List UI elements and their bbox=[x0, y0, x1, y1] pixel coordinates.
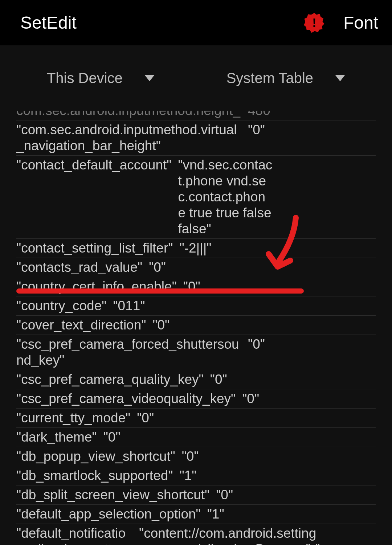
setting-key: "db_split_screen_view_shortcut" bbox=[16, 487, 209, 503]
table-row[interactable]: "country_code""011" bbox=[16, 296, 376, 315]
table-row[interactable]: "db_popup_view_shortcut""0" bbox=[16, 447, 376, 466]
table-row[interactable]: "db_smartlock_supported""1" bbox=[16, 466, 376, 485]
setting-value: "0" bbox=[248, 122, 265, 138]
setting-key: "country_code" bbox=[16, 298, 106, 314]
device-dropdown[interactable]: This Device bbox=[40, 66, 162, 90]
settings-list[interactable]: com.sec.android.inputmethod.height_lands… bbox=[0, 111, 392, 545]
setting-value: "-2|||" bbox=[179, 240, 211, 256]
setting-key: com.sec.android.inputmethod.height_lands… bbox=[16, 111, 241, 120]
font-button[interactable]: Font bbox=[343, 13, 378, 33]
setting-key: "country_cert_info_enable" bbox=[16, 279, 177, 295]
setting-value: "0" bbox=[152, 317, 170, 333]
setting-key: "default_app_selection_option" bbox=[16, 506, 201, 522]
table-row[interactable]: "default_app_selection_option""1" bbox=[16, 504, 376, 524]
setting-value: "0" bbox=[242, 391, 259, 407]
filter-bar: This Device System Table bbox=[0, 45, 392, 111]
setting-value: "0" bbox=[149, 259, 166, 275]
alert-badge-glyph: ! bbox=[312, 16, 316, 30]
setting-value: "0" bbox=[216, 487, 233, 503]
setting-value: "vnd.sec.contact.phone vnd.sec.contact.p… bbox=[178, 157, 272, 237]
caret-down-icon bbox=[335, 75, 345, 81]
device-dropdown-label: This Device bbox=[47, 70, 123, 86]
setting-key: "csc_pref_camera_forced_shuttersound_key… bbox=[16, 336, 241, 368]
table-row[interactable]: "dark_theme""0" bbox=[16, 427, 376, 447]
alert-badge-icon[interactable]: ! bbox=[303, 12, 325, 34]
setting-value: "content://com.android.settings.personal… bbox=[139, 525, 324, 545]
app-header: SetEdit ! Font bbox=[0, 0, 392, 45]
setting-key: "db_smartlock_supported" bbox=[16, 468, 173, 484]
setting-key: "db_popup_view_shortcut" bbox=[16, 448, 175, 464]
setting-key: "contact_default_account" bbox=[16, 157, 171, 173]
table-row[interactable]: "contact_default_account""vnd.sec.contac… bbox=[16, 155, 376, 238]
table-row[interactable]: "db_split_screen_view_shortcut""0" bbox=[16, 485, 376, 504]
setting-key: "cover_text_direction" bbox=[16, 317, 146, 333]
setting-key: "csc_pref_camera_quality_key" bbox=[16, 372, 204, 388]
caret-down-icon bbox=[144, 75, 155, 81]
setting-value: 480 bbox=[248, 111, 270, 119]
setting-key: "csc_pref_camera_videoquality_key" bbox=[16, 391, 236, 407]
table-row[interactable]: "csc_pref_camera_forced_shuttersound_key… bbox=[16, 335, 376, 370]
table-row[interactable]: "country_cert_info_enable""0" bbox=[16, 277, 376, 296]
table-row[interactable]: "cover_text_direction""0" bbox=[16, 315, 376, 335]
table-row[interactable]: "com.sec.android.inputmethod.virtual_nav… bbox=[16, 120, 376, 155]
setting-value: "0" bbox=[248, 336, 265, 352]
setting-value: "1" bbox=[207, 506, 224, 522]
table-dropdown-label: System Table bbox=[226, 70, 313, 86]
setting-value: "011" bbox=[113, 298, 145, 314]
setting-value: "0" bbox=[210, 372, 227, 388]
table-row[interactable]: "default_notification_vibration_pattern"… bbox=[16, 524, 376, 545]
setting-value: "0" bbox=[183, 279, 200, 295]
table-row[interactable]: "contacts_rad_value""0" bbox=[16, 258, 376, 277]
setting-key: "contacts_rad_value" bbox=[16, 259, 142, 275]
table-row[interactable]: "current_tty_mode""0" bbox=[16, 408, 376, 427]
table-row[interactable]: "contact_setting_list_filter""-2|||" bbox=[16, 238, 376, 258]
setting-key: "dark_theme" bbox=[16, 429, 97, 445]
setting-value: "1" bbox=[179, 468, 196, 484]
setting-value: "0" bbox=[182, 448, 199, 464]
setting-key: "current_tty_mode" bbox=[16, 410, 130, 426]
setting-value: "0" bbox=[137, 410, 154, 426]
table-dropdown[interactable]: System Table bbox=[219, 66, 352, 90]
setting-key: "contact_setting_list_filter" bbox=[16, 240, 173, 256]
table-row[interactable]: com.sec.android.inputmethod.height_lands… bbox=[16, 111, 376, 120]
table-row[interactable]: "csc_pref_camera_quality_key""0" bbox=[16, 370, 376, 389]
app-title: SetEdit bbox=[20, 13, 303, 33]
setting-key: "default_notification_vibration_pattern" bbox=[16, 525, 132, 545]
setting-key: "com.sec.android.inputmethod.virtual_nav… bbox=[16, 122, 241, 154]
setting-value: "0" bbox=[103, 429, 121, 445]
table-row[interactable]: "csc_pref_camera_videoquality_key""0" bbox=[16, 389, 376, 408]
